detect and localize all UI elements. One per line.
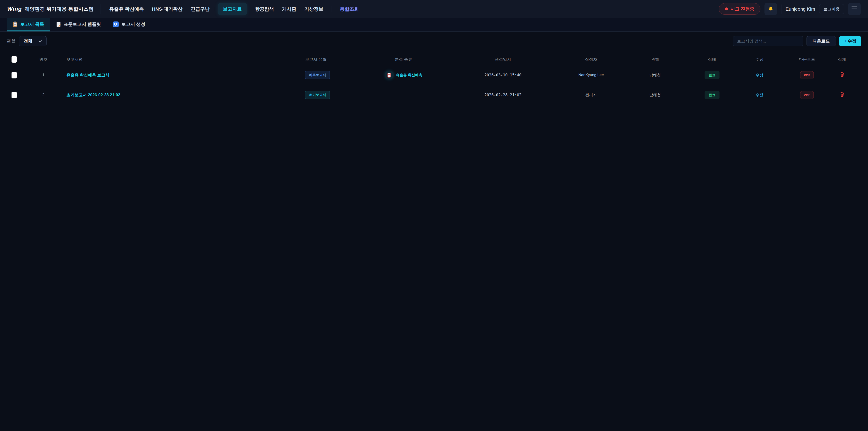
created-datetime: 2026-03-10 15:40 [436,65,569,85]
row-checkbox[interactable] [11,72,17,79]
report-tabbar: 보고서 목록 표준보고서 템플릿 ⟳ 보고서 생성 [0,18,868,32]
table-row: 2 초기보고서 2026-02-28 21:02 초기보고서 - 2026-02… [5,85,863,105]
nav-item-reports[interactable]: 보고자료 [218,3,247,15]
report-name-link[interactable]: 유출유 확산예측 보고서 [66,73,110,77]
reports-table: 번호 보고서명 보고서 유형 분석 종류 생성일시 작성자 관할 상태 수정 다… [5,54,863,105]
jurisdiction: 남해청 [613,65,698,85]
nav-item-hns[interactable]: HNS·대기확산 [152,6,182,12]
filter-actions: 다운로드 + 수정 [733,36,861,46]
jurisdiction: 남해청 [613,85,698,105]
column-header-download: 다운로드 [793,54,822,65]
nav-item-weather[interactable]: 기상정보 [305,6,323,12]
tab-standard-template[interactable]: 표준보고서 템플릿 [50,18,107,31]
row-checkbox[interactable] [11,92,17,98]
report-type-badge: 예측보고서 [305,71,330,79]
status-badge: 완료 [705,71,719,79]
created-datetime: 2026-02-28 21:02 [436,85,569,105]
incident-status-label: 사고 진행중 [731,6,754,12]
status-badge: 완료 [705,91,719,99]
bell-icon [768,6,774,12]
nav-item-aerial-search[interactable]: 항공탐색 [255,6,274,12]
memo-pencil-icon [56,22,61,27]
menu-button[interactable] [848,3,861,16]
edit-link[interactable]: 수정 [756,93,763,97]
nav-item-oil-spill[interactable]: 유출유 확산예측 [110,6,144,12]
column-header-number: 번호 [23,54,64,65]
download-button[interactable]: 다운로드 [807,36,836,46]
filter-bar: 관할 전체 다운로드 + 수정 [0,32,868,51]
column-header-delete: 삭제 [822,54,863,65]
user-name: Eunjeong Kim [785,6,815,12]
clipboard-icon [13,22,18,27]
oil-barrel-icon [385,70,394,80]
app-title: 해양환경 위기대응 통합시스템 [25,6,94,12]
topbar-right: 사고 진행중 Eunjeong Kim 로그아웃 [719,3,861,16]
column-header-jurisdiction: 관할 [613,54,698,65]
pdf-download-button[interactable]: PDF [800,91,814,99]
app-logo: Wing 해양환경 위기대응 통합시스템 [7,4,101,14]
report-type-badge: 초기보고서 [305,91,330,99]
logo-mark: Wing [7,6,22,12]
column-header-analysis: 분석 종류 [371,54,436,65]
nav-item-rescue[interactable]: 긴급구난 [191,6,210,12]
jurisdiction-label: 관할 [7,38,16,44]
red-dot-icon [725,7,728,10]
row-number: 2 [23,85,64,105]
author: NanKyung Lee [569,65,613,85]
column-header-type: 보고서 유형 [301,54,371,65]
tab-report-list[interactable]: 보고서 목록 [7,18,50,31]
column-header-status: 상태 [698,54,726,65]
pdf-download-button[interactable]: PDF [800,71,814,79]
analysis-type-label: 유출유 확산예측 [396,73,422,78]
column-header-created: 생성일시 [436,54,569,65]
tab-label: 표준보고서 템플릿 [64,21,101,27]
chevron-down-icon [39,39,42,43]
nav-item-board[interactable]: 게시판 [282,6,296,12]
logout-button[interactable]: 로그아웃 [819,4,844,14]
jurisdiction-select[interactable]: 전체 [19,36,46,46]
vertical-divider [781,4,781,13]
edit-link[interactable]: 수정 [756,73,763,77]
delete-button[interactable] [840,92,844,97]
tab-label: 보고서 생성 [121,21,145,27]
tab-label: 보고서 목록 [20,21,44,27]
nav-item-integrated-search[interactable]: 통합조회 [340,6,359,11]
trash-icon [840,72,844,77]
tab-generate-report[interactable]: ⟳ 보고서 생성 [107,18,151,31]
table-header-row: 번호 보고서명 보고서 유형 분석 종류 생성일시 작성자 관할 상태 수정 다… [5,54,863,65]
analysis-type-label: - [371,85,436,105]
report-name-link[interactable]: 초기보고서 2026-02-28 21:02 [66,93,120,97]
trash-icon [840,92,844,97]
nav-divider: 통합조회 [332,6,359,12]
delete-button[interactable] [840,72,844,77]
incident-status-badge: 사고 진행중 [719,3,761,15]
row-number: 1 [23,65,64,85]
notification-bell-button[interactable] [765,3,777,16]
table-row: 1 유출유 확산예측 보고서 예측보고서 유출유 확산예측 2026-03-10… [5,65,863,85]
column-header-name: 보고서명 [64,54,301,65]
refresh-icon: ⟳ [113,22,119,27]
top-navigation-bar: Wing 해양환경 위기대응 통합시스템 유출유 확산예측 HNS·대기확산 긴… [0,0,868,18]
edit-button[interactable]: + 수정 [839,36,861,46]
hamburger-menu-icon [851,6,857,11]
column-header-edit: 수정 [726,54,793,65]
column-header-author: 작성자 [569,54,613,65]
jurisdiction-selected-value: 전체 [24,38,32,44]
report-search-input[interactable] [733,36,803,46]
main-nav: 유출유 확산예측 HNS·대기확산 긴급구난 보고자료 항공탐색 게시판 기상정… [110,3,359,15]
select-all-checkbox[interactable] [11,56,17,63]
author: 관리자 [569,85,613,105]
